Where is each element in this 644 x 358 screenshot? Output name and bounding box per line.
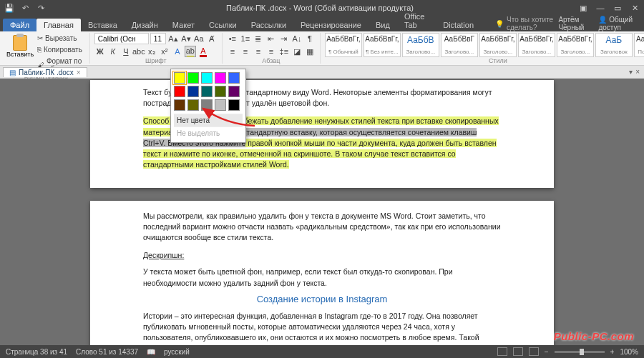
tab-home[interactable]: Главная: [36, 19, 81, 31]
shading-icon[interactable]: ◪: [291, 46, 303, 57]
page-counter[interactable]: Страница 38 из 41: [6, 348, 67, 356]
language-status[interactable]: русский: [164, 348, 190, 356]
text-effects-icon[interactable]: A: [172, 46, 183, 57]
style-item[interactable]: АаБбВвГг,¶ Без инте...: [364, 33, 401, 57]
style-item[interactable]: АаБбВвГг,¶ Обычный: [325, 33, 362, 57]
style-item[interactable]: АаБбВвГг,Заголово...: [557, 33, 594, 57]
ribbon: Вставить ✂ Вырезать ⎘ Копировать 🖌 Форма…: [0, 31, 644, 66]
color-swatch[interactable]: [174, 72, 185, 84]
redo-icon[interactable]: ↷: [36, 3, 46, 13]
color-swatch[interactable]: [187, 72, 199, 84]
group-paragraph-label: Абзац: [227, 57, 316, 65]
zoom-level[interactable]: 100%: [620, 348, 638, 356]
style-item[interactable]: АаБбВвГг,Заголово...: [518, 33, 555, 57]
color-swatch[interactable]: [228, 72, 240, 84]
grow-font-icon[interactable]: A▴: [167, 33, 179, 44]
clear-format-icon[interactable]: A̸: [206, 33, 218, 44]
tell-me-search[interactable]: 💡 Что вы хотите сделать?: [495, 16, 558, 31]
superscript-button[interactable]: x²: [159, 46, 170, 57]
cut-button[interactable]: ✂ Вырезать: [34, 33, 85, 44]
minimize-icon[interactable]: —: [595, 3, 605, 13]
tab-bar-close-icon[interactable]: ×: [635, 68, 640, 76]
tab-layout[interactable]: Макет: [165, 19, 202, 31]
tab-insert[interactable]: Вставка: [81, 19, 125, 31]
tab-mailings[interactable]: Рассылки: [244, 19, 293, 31]
zoom-in-icon[interactable]: +: [610, 348, 615, 356]
tab-dictation[interactable]: Dictation: [436, 19, 481, 31]
tab-references[interactable]: Ссылки: [202, 19, 244, 31]
multilevel-icon[interactable]: ≣: [253, 33, 264, 44]
undo-icon[interactable]: ↶: [20, 3, 30, 13]
strike-button[interactable]: abc: [133, 46, 145, 57]
ribbon-options-icon[interactable]: ▣: [578, 3, 588, 13]
dec-indent-icon[interactable]: ⇤: [265, 33, 277, 44]
style-item[interactable]: АаБЗаголовок: [595, 33, 633, 57]
subscript-button[interactable]: x₂: [146, 46, 157, 57]
close-tab-icon[interactable]: ×: [77, 69, 81, 76]
read-mode-icon[interactable]: [497, 347, 507, 356]
tab-officetab[interactable]: Office Tab: [397, 10, 436, 31]
maximize-icon[interactable]: ▭: [613, 3, 623, 13]
print-layout-icon[interactable]: [513, 347, 523, 356]
styles-gallery[interactable]: АаБбВвГг,¶ ОбычныйАаБбВвГг,¶ Без инте...…: [325, 33, 644, 57]
color-swatch[interactable]: [215, 86, 226, 97]
color-swatch[interactable]: [201, 99, 213, 111]
tab-design[interactable]: Дизайн: [125, 19, 165, 31]
font-size-select[interactable]: 11: [150, 33, 166, 44]
document-workspace[interactable]: Текст будет преобразован к стандартному …: [0, 79, 644, 345]
style-item[interactable]: АаБбВЗаголово...: [402, 33, 439, 57]
inc-indent-icon[interactable]: ⇥: [278, 33, 290, 44]
bullets-icon[interactable]: •≡: [227, 33, 238, 44]
numbering-icon[interactable]: 1≡: [240, 33, 251, 44]
color-swatch[interactable]: [215, 72, 226, 84]
color-swatch[interactable]: [215, 99, 226, 111]
color-swatch-grid: [174, 72, 243, 111]
change-case-icon[interactable]: Aa: [193, 33, 205, 44]
color-swatch[interactable]: [228, 86, 240, 97]
user-name[interactable]: Артём Чёрный: [558, 16, 591, 31]
close-icon[interactable]: ✕: [630, 3, 640, 13]
font-color-button[interactable]: A: [197, 46, 209, 57]
web-layout-icon[interactable]: [529, 347, 539, 356]
color-swatch[interactable]: [187, 99, 199, 111]
shrink-font-icon[interactable]: A▾: [180, 33, 192, 44]
tab-file[interactable]: Файл: [3, 19, 36, 31]
italic-button[interactable]: К: [107, 46, 119, 57]
style-item[interactable]: АаБбВвГгПодзагол...: [634, 33, 644, 57]
paste-button[interactable]: Вставить: [7, 33, 33, 60]
color-swatch[interactable]: [201, 86, 213, 97]
color-swatch[interactable]: [174, 99, 185, 111]
save-icon[interactable]: 💾: [4, 3, 14, 13]
document-tab[interactable]: ▤ Паблик-ПК .docx ×: [3, 67, 87, 77]
color-swatch[interactable]: [187, 86, 199, 97]
line-spacing-icon[interactable]: ‡≡: [278, 46, 290, 57]
color-swatch[interactable]: [228, 99, 240, 111]
zoom-slider[interactable]: [555, 351, 605, 353]
borders-icon[interactable]: ▦: [304, 46, 316, 57]
word-counter[interactable]: Слово 51 из 14337: [76, 348, 138, 356]
font-name-select[interactable]: Calibri (Осн: [94, 33, 149, 44]
bold-button[interactable]: Ж: [94, 46, 106, 57]
underline-button[interactable]: Ч: [120, 46, 132, 57]
justify-icon[interactable]: ≡: [265, 46, 277, 57]
tab-dropdown-icon[interactable]: ▾: [629, 68, 633, 76]
copy-button[interactable]: ⎘ Копировать: [34, 44, 85, 55]
style-item[interactable]: АаБбВвГг,Заголово...: [479, 33, 517, 57]
share-button[interactable]: 👤 Общий доступ: [598, 16, 638, 31]
show-marks-icon[interactable]: ¶: [304, 33, 316, 44]
page-2: Мы рассмотрели, как правильно удалить фо…: [90, 201, 554, 345]
zoom-out-icon[interactable]: −: [545, 348, 549, 356]
no-color-option[interactable]: Нет цвета: [174, 114, 243, 126]
color-swatch[interactable]: [174, 86, 185, 97]
status-bar: Страница 38 из 41 Слово 51 из 14337 📖 ру…: [0, 345, 644, 358]
proofing-icon[interactable]: 📖: [147, 348, 155, 356]
color-swatch[interactable]: [201, 72, 213, 84]
style-item[interactable]: АаБбВвГЗаголово...: [441, 33, 478, 57]
align-left-icon[interactable]: ≡: [227, 46, 238, 57]
sort-icon[interactable]: A↓: [291, 33, 303, 44]
highlight-color-button[interactable]: ab: [185, 46, 196, 57]
align-center-icon[interactable]: ≡: [240, 46, 251, 57]
tab-review[interactable]: Рецензирование: [293, 19, 369, 31]
align-right-icon[interactable]: ≡: [253, 46, 264, 57]
tab-view[interactable]: Вид: [369, 19, 397, 31]
